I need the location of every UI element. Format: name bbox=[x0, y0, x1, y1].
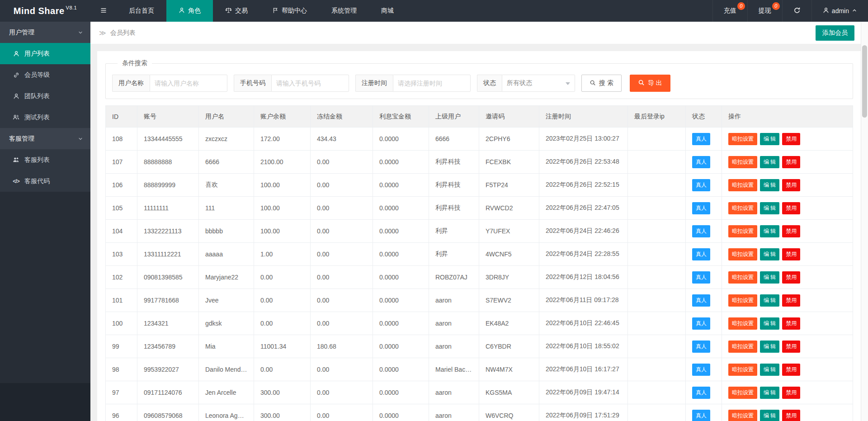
nav-item-dashboard[interactable]: 后台首页 bbox=[117, 0, 166, 22]
edit-button[interactable]: 编 辑 bbox=[760, 271, 779, 284]
nav-item-trade[interactable]: 交易 bbox=[213, 0, 260, 22]
more-actions-button[interactable]: ... bbox=[840, 133, 846, 144]
edit-button[interactable]: 编 辑 bbox=[760, 248, 779, 260]
search-button[interactable]: 搜 索 bbox=[581, 75, 622, 92]
withdraw-button[interactable]: 提现 0 bbox=[747, 0, 782, 22]
sidebar-toggle-button[interactable] bbox=[90, 0, 117, 22]
deduct-settings-button[interactable]: 暗扣设置 bbox=[728, 202, 757, 214]
more-actions-button[interactable]: ... bbox=[840, 249, 846, 260]
more-actions-button[interactable]: ... bbox=[840, 318, 846, 329]
more-actions-button[interactable]: ... bbox=[840, 364, 846, 375]
more-actions-button[interactable]: ... bbox=[840, 387, 846, 398]
disable-button[interactable]: 禁用 bbox=[782, 387, 800, 399]
edit-button[interactable]: 编 辑 bbox=[760, 294, 779, 307]
deduct-settings-button[interactable]: 暗扣设置 bbox=[728, 156, 757, 168]
status-real-person-button[interactable]: 真人 bbox=[692, 364, 710, 376]
deduct-settings-button[interactable]: 暗扣设置 bbox=[728, 410, 757, 421]
nav-item-roles[interactable]: 角色 bbox=[166, 0, 213, 22]
nav-item-help-center[interactable]: 帮助中心 bbox=[260, 0, 319, 22]
sidebar-item-user-list[interactable]: 用户列表 bbox=[0, 43, 90, 64]
nav-item-system[interactable]: 系统管理 bbox=[319, 0, 369, 22]
deduct-settings-button[interactable]: 暗扣设置 bbox=[728, 225, 757, 237]
status-real-person-button[interactable]: 真人 bbox=[692, 225, 710, 237]
deduct-settings-button[interactable]: 暗扣设置 bbox=[728, 341, 757, 353]
edit-button[interactable]: 编 辑 bbox=[760, 317, 779, 330]
status-real-person-button[interactable]: 真人 bbox=[692, 294, 710, 307]
sidebar-item-service-code[interactable]: </> 客服代码 bbox=[0, 170, 90, 192]
status-real-person-button[interactable]: 真人 bbox=[692, 341, 710, 353]
group-label: 用户管理 bbox=[9, 28, 34, 37]
sidebar-item-member-level[interactable]: 会员等级 bbox=[0, 64, 90, 85]
deduct-settings-button[interactable]: 暗扣设置 bbox=[728, 179, 757, 191]
nav-label: 后台首页 bbox=[129, 7, 154, 15]
disable-button[interactable]: 禁用 bbox=[782, 248, 800, 260]
deduct-settings-button[interactable]: 暗扣设置 bbox=[728, 317, 757, 330]
more-actions-button[interactable]: ... bbox=[840, 203, 846, 213]
deduct-settings-button[interactable]: 暗扣设置 bbox=[728, 294, 757, 307]
disable-button[interactable]: 禁用 bbox=[782, 133, 800, 145]
deduct-settings-button[interactable]: 暗扣设置 bbox=[728, 133, 757, 145]
status-real-person-button[interactable]: 真人 bbox=[692, 156, 710, 168]
cell-username: 6666 bbox=[199, 151, 254, 174]
regtime-input[interactable] bbox=[393, 75, 471, 92]
disable-button[interactable]: 禁用 bbox=[782, 317, 800, 330]
status-real-person-button[interactable]: 真人 bbox=[692, 133, 710, 145]
cell-frozen: 0.00 bbox=[311, 381, 373, 404]
disable-button[interactable]: 禁用 bbox=[782, 202, 800, 214]
status-real-person-button[interactable]: 真人 bbox=[692, 179, 710, 191]
sidebar-item-service-list[interactable]: 客服列表 bbox=[0, 149, 90, 170]
cell-username: bbbbb bbox=[199, 220, 254, 243]
status-select[interactable]: 所有状态 bbox=[502, 75, 575, 92]
status-real-person-button[interactable]: 真人 bbox=[692, 387, 710, 399]
username-input[interactable] bbox=[150, 75, 227, 92]
more-actions-button[interactable]: ... bbox=[840, 341, 846, 352]
status-real-person-button[interactable]: 真人 bbox=[692, 202, 710, 214]
disable-button[interactable]: 禁用 bbox=[782, 271, 800, 284]
edit-button[interactable]: 编 辑 bbox=[760, 156, 779, 168]
edit-button[interactable]: 编 辑 bbox=[760, 202, 779, 214]
edit-button[interactable]: 编 辑 bbox=[760, 133, 779, 145]
more-actions-button[interactable]: ... bbox=[840, 295, 846, 306]
edit-button[interactable]: 编 辑 bbox=[760, 410, 779, 421]
more-actions-button[interactable]: ... bbox=[840, 272, 846, 283]
disable-button[interactable]: 禁用 bbox=[782, 341, 800, 353]
more-actions-button[interactable]: ... bbox=[840, 156, 846, 167]
scrollbar-thumb[interactable] bbox=[862, 45, 867, 118]
brand-logo[interactable]: Mind ShareV8.1 bbox=[0, 0, 90, 22]
edit-button[interactable]: 编 辑 bbox=[760, 179, 779, 191]
edit-button[interactable]: 编 辑 bbox=[760, 387, 779, 399]
sidebar-item-team-list[interactable]: 团队列表 bbox=[0, 85, 90, 107]
export-button[interactable]: 导 出 bbox=[630, 75, 670, 92]
sidebar-group-service-management[interactable]: 客服管理 bbox=[0, 128, 90, 149]
table-row: 106888899999喜欢100.000.000.0000利昇科技F5TP24… bbox=[106, 174, 853, 197]
more-actions-button[interactable]: ... bbox=[840, 226, 846, 237]
sidebar-item-test-list[interactable]: 测试列表 bbox=[0, 107, 90, 128]
edit-button[interactable]: 编 辑 bbox=[760, 341, 779, 353]
disable-button[interactable]: 禁用 bbox=[782, 364, 800, 376]
deduct-settings-button[interactable]: 暗扣设置 bbox=[728, 387, 757, 399]
status-real-person-button[interactable]: 真人 bbox=[692, 317, 710, 330]
phone-input[interactable] bbox=[271, 75, 349, 92]
disable-button[interactable]: 禁用 bbox=[782, 156, 800, 168]
admin-menu[interactable]: admin bbox=[811, 0, 868, 22]
disable-button[interactable]: 禁用 bbox=[782, 179, 800, 191]
add-member-button[interactable]: 添加会员 bbox=[816, 25, 854, 41]
sidebar-group-user-management[interactable]: 用户管理 bbox=[0, 22, 90, 43]
refresh-button[interactable] bbox=[782, 0, 811, 22]
status-real-person-button[interactable]: 真人 bbox=[692, 248, 710, 260]
edit-button[interactable]: 编 辑 bbox=[760, 364, 779, 376]
nav-item-mall[interactable]: 商城 bbox=[369, 0, 406, 22]
deduct-settings-button[interactable]: 暗扣设置 bbox=[728, 364, 757, 376]
disable-button[interactable]: 禁用 bbox=[782, 225, 800, 237]
scrollbar[interactable] bbox=[861, 22, 868, 421]
status-real-person-button[interactable]: 真人 bbox=[692, 410, 710, 421]
more-actions-button[interactable]: ... bbox=[840, 180, 846, 190]
status-real-person-button[interactable]: 真人 bbox=[692, 271, 710, 284]
more-actions-button[interactable]: ... bbox=[840, 410, 846, 421]
disable-button[interactable]: 禁用 bbox=[782, 410, 800, 421]
deduct-settings-button[interactable]: 暗扣设置 bbox=[728, 248, 757, 260]
disable-button[interactable]: 禁用 bbox=[782, 294, 800, 307]
deduct-settings-button[interactable]: 暗扣设置 bbox=[728, 271, 757, 284]
edit-button[interactable]: 编 辑 bbox=[760, 225, 779, 237]
recharge-button[interactable]: 充值 0 bbox=[712, 0, 747, 22]
